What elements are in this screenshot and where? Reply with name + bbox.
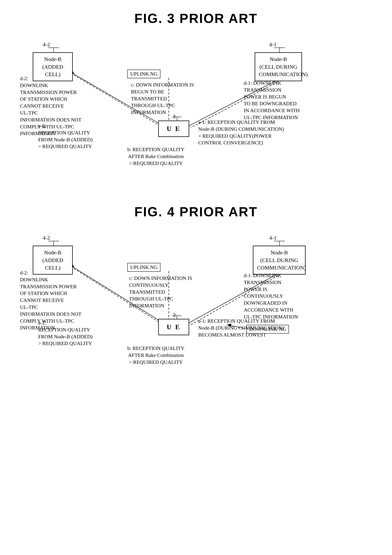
fig4-annotation-c: c: DOWN INFORMATION IS CONTINUOUSLY TRAN… (129, 275, 192, 309)
fig3-node-left-id: 4-2 (43, 41, 50, 48)
fig3-annotation-b: b: RECEPTION QUALITY AFTER Rake Combinat… (127, 146, 185, 167)
fig3-uplink-ng: UPLINK NG (127, 70, 160, 78)
fig4-annotation-a2: a-2: RECEPTION QUALITY FROM Node-B (ADDE… (38, 319, 93, 347)
fig4-ue-box: U E (158, 319, 189, 335)
fig3-annotation-d1: d-1: DOWNLINK TRANSMISSION POWER IS BEGU… (244, 80, 299, 121)
fig3-annotation-c: c: DOWN INFORMATION IS BEGUN TO BE TRANS… (131, 81, 194, 116)
fig3-annotation-a1: a-1: RECEPTION QUALITY FROM Node-B (DURI… (198, 119, 284, 146)
fig4-diagram: 4-2 Node-B (ADDED CELL) 4-1 Node-B (CELL… (14, 226, 378, 376)
fig3-diagram: 4-2 Node-B (ADDED CELL) 4-1 Node-B (CELL… (14, 33, 378, 179)
fig4-ue-id: 3 (173, 312, 176, 318)
fig3-node-right-box: Node-B (CELL DURING COMMUNICATION) (255, 52, 302, 81)
page: FIG. 3 PRIOR ART (0, 0, 392, 555)
fig4-node-right-id: 4-1 (269, 235, 277, 241)
fig3-title: FIG. 3 PRIOR ART (14, 11, 378, 26)
fig4-node-left-id: 4-2 (43, 235, 50, 241)
fig4-node-right-box: Node-B (CELL DURING COMMUNICATION) (253, 246, 306, 275)
fig4-annotation-d1: d-1: DOWNLINK TRANSMISSION POWER IS CONT… (244, 272, 298, 320)
fig3-node-right-id: 4-1 (269, 41, 277, 48)
fig3-annotation-a2: a-2: RECEPTION QUALITY FROM Node-B (ADDE… (38, 122, 93, 150)
fig4-title: FIG. 4 PRIOR ART (14, 204, 378, 219)
fig4-annotation-b: b: RECEPTION QUALITY AFTER Rake Combinat… (127, 345, 185, 365)
fig4-uplink-ng: UPLINK NG (127, 263, 160, 272)
fig4-annotation-a1: a-1: RECEPTION QUALITY FROM Node-B (DURI… (198, 318, 284, 338)
fig3-ue-box: U E (158, 121, 189, 137)
